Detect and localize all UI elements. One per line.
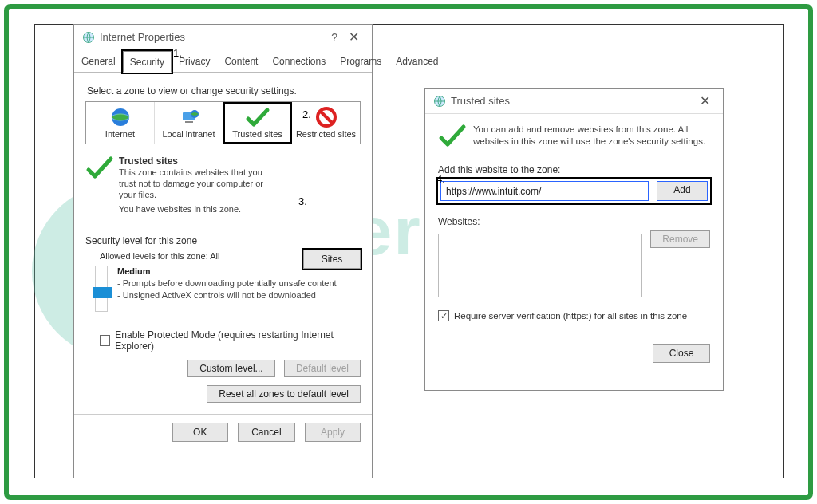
zone-label: Internet: [88, 129, 152, 139]
titlebar: Internet Properties ? ✕: [74, 25, 372, 50]
protected-mode-checkbox[interactable]: [100, 335, 110, 346]
tab-general[interactable]: General: [74, 50, 123, 72]
zone-desc-1: This zone contains websites that you tru…: [119, 167, 278, 200]
titlebar: Trusted sites ✕: [425, 89, 723, 114]
apply-button[interactable]: Apply: [305, 423, 361, 442]
intranet-icon: [156, 105, 221, 129]
require-https-checkbox[interactable]: ✓: [438, 310, 449, 321]
sites-button[interactable]: Sites: [303, 250, 361, 269]
zone-instruction: Select a zone to view or change security…: [87, 85, 359, 96]
remove-button[interactable]: Remove: [650, 230, 710, 248]
checkmark-icon: [85, 156, 119, 215]
zone-label: Trusted sites: [225, 129, 290, 139]
zone-local-intranet[interactable]: Local intranet: [155, 102, 223, 144]
dialog-title: Trusted sites: [451, 95, 695, 107]
annotation-4: 4.: [436, 173, 445, 185]
tab-strip: General Security Privacy Content Connect…: [74, 50, 372, 73]
zone-desc-2: You have websites in this zone.: [119, 203, 361, 215]
annotation-2: 2.: [302, 108, 311, 120]
annotation-1: 1.: [173, 47, 182, 59]
protected-mode-label: Enable Protected Mode (requires restarti…: [115, 329, 361, 352]
zone-label: Local intranet: [156, 129, 221, 139]
url-input[interactable]: [440, 181, 649, 201]
close-dialog-button[interactable]: Close: [653, 344, 710, 363]
tab-security[interactable]: Security: [123, 51, 172, 73]
tab-advanced[interactable]: Advanced: [389, 50, 445, 72]
add-button[interactable]: Add: [657, 181, 708, 201]
security-slider[interactable]: [95, 266, 108, 312]
tab-programs[interactable]: Programs: [333, 50, 389, 72]
zone-internet[interactable]: Internet: [86, 102, 155, 144]
annotation-3: 3.: [298, 195, 307, 207]
dialog-footer: OK Cancel Apply: [74, 414, 372, 450]
reset-button[interactable]: Reset all zones to default level: [207, 385, 361, 403]
level-line-1: - Prompts before downloading potentially…: [117, 278, 337, 289]
zone-title: Trusted sites: [119, 156, 361, 167]
slider-thumb[interactable]: [93, 287, 112, 298]
close-button[interactable]: ✕: [695, 93, 715, 108]
tab-content[interactable]: Content: [217, 50, 265, 72]
globe-icon: [82, 31, 95, 44]
svg-rect-4: [185, 121, 193, 123]
close-button[interactable]: ✕: [344, 30, 364, 45]
checkmark-icon: [225, 105, 290, 129]
tab-connections[interactable]: Connections: [265, 50, 333, 72]
trusted-sites-dialog: Trusted sites ✕ You can add and remove w…: [424, 88, 724, 391]
checkmark-icon: [438, 124, 473, 152]
svg-line-7: [320, 111, 333, 124]
websites-list[interactable]: [438, 234, 642, 297]
require-https-label: Require server verification (https:) for…: [454, 311, 687, 321]
zone-list: Internet Local intranet Trusted sites Re…: [85, 101, 361, 144]
security-level-header: Security level for this zone: [85, 235, 361, 246]
internet-properties-dialog: Internet Properties ? ✕ General Security…: [73, 24, 373, 478]
add-label: Add this website to the zone:: [438, 164, 710, 175]
default-level-button[interactable]: Default level: [284, 360, 361, 377]
websites-label: Websites:: [438, 216, 710, 227]
cancel-button[interactable]: Cancel: [238, 423, 294, 442]
level-line-2: - Unsigned ActiveX controls will not be …: [117, 289, 337, 301]
globe-icon: [433, 95, 446, 108]
zone-label: Restricted sites: [294, 129, 358, 139]
internet-icon: [88, 105, 152, 129]
help-button[interactable]: ?: [325, 31, 344, 44]
zone-trusted-sites[interactable]: Trusted sites: [223, 102, 292, 144]
trusted-desc: You can add and remove websites from thi…: [473, 124, 710, 152]
dialog-title: Internet Properties: [100, 31, 325, 43]
custom-level-button[interactable]: Custom level...: [187, 360, 274, 377]
ok-button[interactable]: OK: [172, 423, 228, 442]
